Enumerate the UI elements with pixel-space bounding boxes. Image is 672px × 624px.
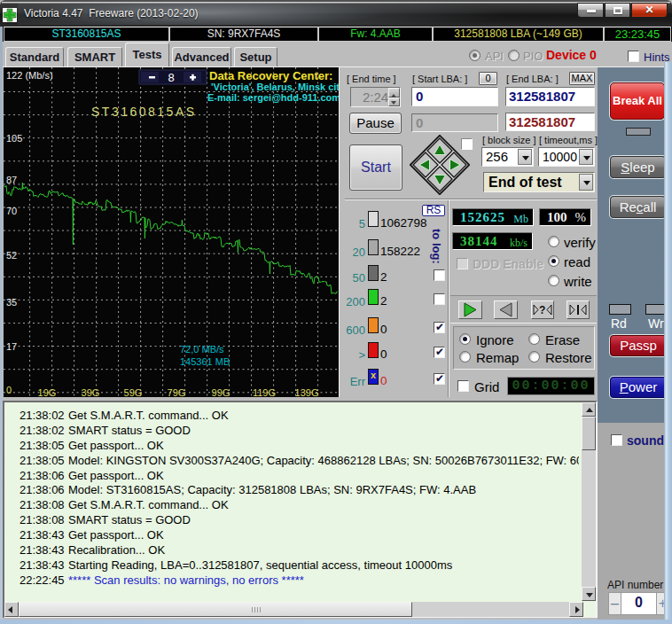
svg-text:Data Recovery Center:: Data Recovery Center: [209, 69, 332, 82]
svg-text:35: 35 [6, 297, 17, 308]
svg-text:52: 52 [6, 250, 17, 261]
svg-text:?: ? [539, 304, 545, 316]
svg-text:8: 8 [168, 71, 174, 84]
svg-text:87: 87 [6, 175, 17, 185]
svg-text:72,0 MB/s: 72,0 MB/s [180, 344, 224, 355]
svg-text:E-mail: sergei@hdd-911.com: E-mail: sergei@hdd-911.com [207, 92, 339, 103]
svg-text:ST3160815AS: ST3160815AS [91, 105, 197, 119]
svg-text:70: 70 [6, 206, 17, 216]
svg-text:17: 17 [6, 341, 17, 352]
svg-text:'Victoria', Belarus, Minsk cit: 'Victoria', Belarus, Minsk city [211, 82, 339, 92]
svg-text:122 (Mb/s): 122 (Mb/s) [6, 70, 53, 81]
svg-text:0: 0 [6, 385, 12, 395]
svg-text:145361 MB: 145361 MB [180, 356, 230, 367]
svg-text:105: 105 [6, 133, 22, 144]
